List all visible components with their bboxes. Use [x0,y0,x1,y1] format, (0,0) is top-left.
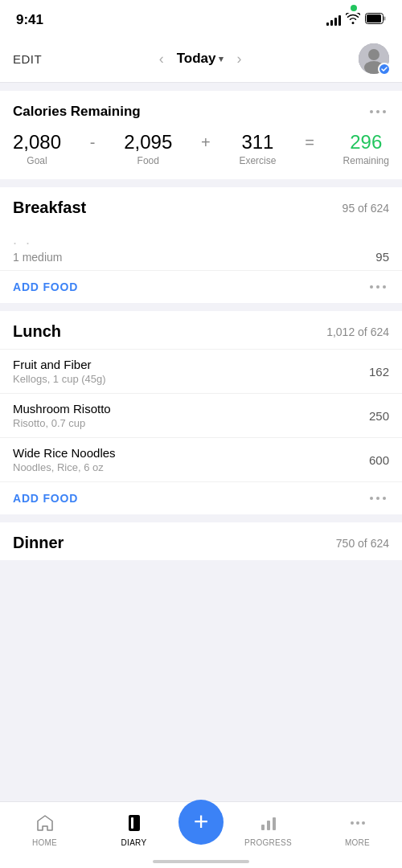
tab-home[interactable]: HOME [0,813,89,847]
progress-icon [259,813,278,836]
dinner-title: Dinner [13,534,64,552]
dot [383,285,386,289]
tab-home-label: HOME [32,838,57,847]
tab-diary[interactable]: DIARY [89,813,178,847]
status-bar: 9:41 [0,0,402,35]
prev-day-button[interactable]: ‹ [156,51,167,68]
plus-operator: + [201,133,211,165]
dinner-section: Dinner 750 of 624 [0,522,402,560]
diary-icon [125,813,144,836]
breakfast-add-food-button[interactable]: ADD FOOD [13,280,78,293]
dot [383,497,386,500]
more-icon [348,813,367,836]
dot [370,497,373,500]
svg-point-4 [368,49,379,60]
dinner-summary: 750 of 624 [336,537,389,550]
dot [376,285,379,289]
exercise-label: Exercise [239,155,276,166]
food-desc: Noodles, Rice, 6 oz [13,461,116,473]
scroll-area: Calories Remaining 2,080 Goal - 2,095 Fo… [0,91,402,641]
tab-bar: HOME DIARY + PROGRESS [0,801,402,868]
minus-operator: - [90,133,96,165]
dot [376,110,379,113]
list-item[interactable]: Mushroom Risotto Risotto, 0.7 cup 250 [0,393,402,437]
food-item-left: Wide Rice Noodles Noodles, Rice, 6 oz [13,446,116,473]
next-day-button[interactable]: › [233,51,244,68]
svg-point-13 [362,821,365,825]
remaining-calories: 296 Remaining [343,131,389,166]
lunch-more-button[interactable] [367,493,389,503]
breakfast-summary: 95 of 624 [343,202,389,215]
list-item[interactable]: Fruit and Fiber Kellogs, 1 cup (45g) 162 [0,349,402,393]
breakfast-section: Breakfast 95 of 624 . . 1 medium 95 ADD … [0,187,402,303]
svg-rect-2 [384,17,386,21]
tab-more-label: MORE [345,838,370,847]
svg-point-11 [351,821,354,825]
food-desc: Kellogs, 1 cup (45g) [13,373,106,385]
remaining-label: Remaining [343,155,389,166]
plus-icon: + [194,809,209,834]
list-item[interactable]: Wide Rice Noodles Noodles, Rice, 6 oz 60… [0,437,402,481]
food-calories: 162 [369,365,389,379]
food-name: Fruit and Fiber [13,358,106,371]
breakfast-header: Breakfast 95 of 624 [0,187,402,225]
breakfast-item-cal: 95 [375,250,389,264]
food-calories: 2,095 Food [124,131,172,166]
food-name: Wide Rice Noodles [13,446,116,460]
food-name: Mushroom Risotto [13,402,111,416]
svg-rect-7 [131,817,133,829]
dot [370,110,373,113]
calories-card: Calories Remaining 2,080 Goal - 2,095 Fo… [0,91,402,179]
breakfast-title: Breakfast [13,199,86,217]
avatar[interactable] [359,43,389,74]
svg-rect-9 [267,821,270,830]
food-item-left: Mushroom Risotto Risotto, 0.7 cup [13,402,111,429]
remaining-value: 296 [350,131,382,154]
lunch-section: Lunch 1,012 of 624 Fruit and Fiber Kello… [0,311,402,514]
dot [383,110,386,113]
calories-title: Calories Remaining [13,104,141,120]
lunch-add-food-button[interactable]: ADD FOOD [13,492,78,505]
breakfast-more-button[interactable] [367,282,389,292]
tab-progress[interactable]: PROGRESS [224,813,313,847]
dot [370,285,373,289]
lunch-footer: ADD FOOD [0,481,402,514]
header-nav: EDIT ‹ Today ▾ › [0,35,402,83]
signal-bars-icon [326,14,341,26]
status-icons [326,13,386,27]
breakfast-item-dots: . . [0,225,402,248]
date-label-text: Today [177,51,216,67]
food-item-left: Fruit and Fiber Kellogs, 1 cup (45g) [13,358,106,385]
breakfast-footer: ADD FOOD [0,270,402,303]
goal-value: 2,080 [13,131,61,154]
lunch-header: Lunch 1,012 of 624 [0,311,402,349]
food-calories: 600 [369,453,389,467]
avatar-check-icon [378,63,391,76]
exercise-calories: 311 Exercise [239,131,276,166]
home-icon [35,813,55,836]
svg-rect-10 [273,817,276,830]
food-label: Food [137,155,159,166]
goal-label: Goal [27,155,47,166]
svg-rect-8 [261,825,265,830]
tab-diary-label: DIARY [121,838,147,847]
date-picker[interactable]: Today ▾ [177,51,224,67]
dinner-header: Dinner 750 of 624 [0,522,402,560]
more-options-button[interactable] [367,107,389,117]
exercise-value: 311 [241,131,273,154]
svg-point-12 [356,821,359,825]
home-indicator [153,860,249,863]
breakfast-item-desc: 1 medium [13,251,62,264]
lunch-summary: 1,012 of 624 [326,326,389,338]
battery-icon [365,13,386,27]
food-value: 2,095 [124,131,172,154]
tab-progress-label: PROGRESS [244,838,292,847]
equals-operator: = [305,133,314,165]
wifi-icon [346,13,360,27]
add-button[interactable]: + [178,800,224,845]
svg-rect-6 [129,815,140,831]
breakfast-item[interactable]: 1 medium 95 [0,248,402,270]
calories-row: 2,080 Goal - 2,095 Food + 311 Exercise =… [13,131,389,166]
edit-button[interactable]: EDIT [13,52,42,66]
tab-more[interactable]: MORE [313,813,402,847]
